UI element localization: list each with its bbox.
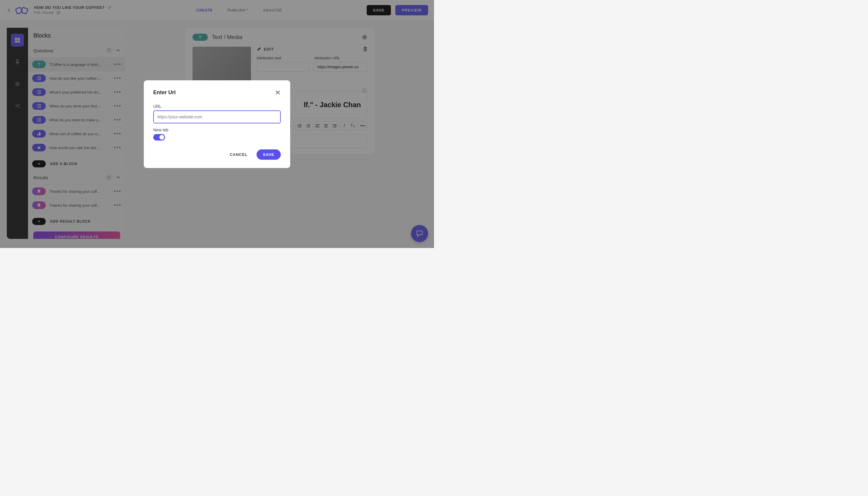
modal-save-button[interactable]: SAVE [257,150,281,160]
close-icon[interactable]: ✕ [275,89,281,97]
cancel-button[interactable]: CANCEL [225,150,252,160]
url-label: URL [153,104,281,109]
url-input[interactable] [153,110,281,123]
newtab-label: New tab [153,127,281,132]
modal-overlay[interactable]: Enter Url ✕ URL New tab CANCEL SAVE [0,0,434,248]
modal-title: Enter Url [153,90,176,96]
newtab-toggle[interactable] [153,134,165,141]
url-modal: Enter Url ✕ URL New tab CANCEL SAVE [144,80,290,168]
